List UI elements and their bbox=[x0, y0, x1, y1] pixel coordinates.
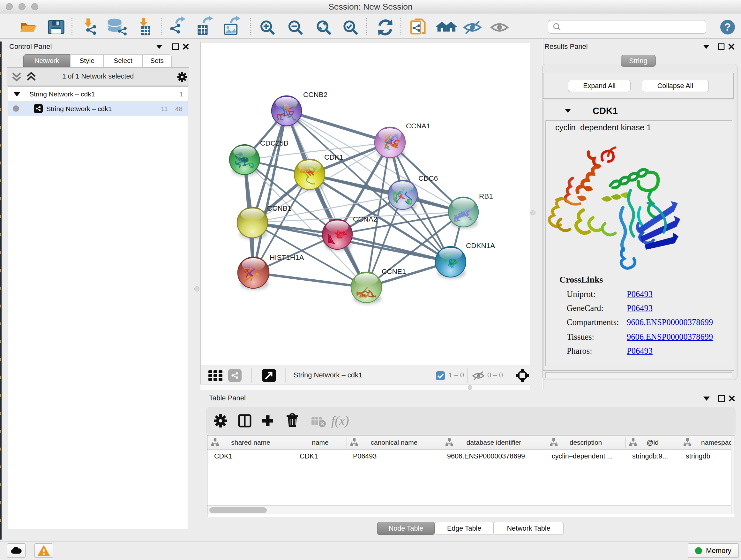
svg-text:CCNE1: CCNE1 bbox=[382, 267, 406, 275]
svg-text:RB1: RB1 bbox=[479, 192, 493, 200]
svg-text:CCNB1: CCNB1 bbox=[267, 204, 291, 212]
svg-text:CDK1: CDK1 bbox=[324, 153, 343, 161]
svg-text:CCNA1: CCNA1 bbox=[406, 122, 430, 130]
svg-text:CCNA2: CCNA2 bbox=[353, 215, 377, 223]
svg-text:f(x): f(x) bbox=[331, 414, 349, 428]
svg-text:CDC6: CDC6 bbox=[418, 174, 438, 182]
svg-text:HIST1H1A: HIST1H1A bbox=[270, 253, 304, 261]
svg-text:?: ? bbox=[724, 21, 731, 33]
svg-text:CDKN1A: CDKN1A bbox=[466, 242, 495, 250]
svg-text:CDC25B: CDC25B bbox=[260, 139, 288, 147]
svg-text:CCNB2: CCNB2 bbox=[303, 91, 327, 99]
